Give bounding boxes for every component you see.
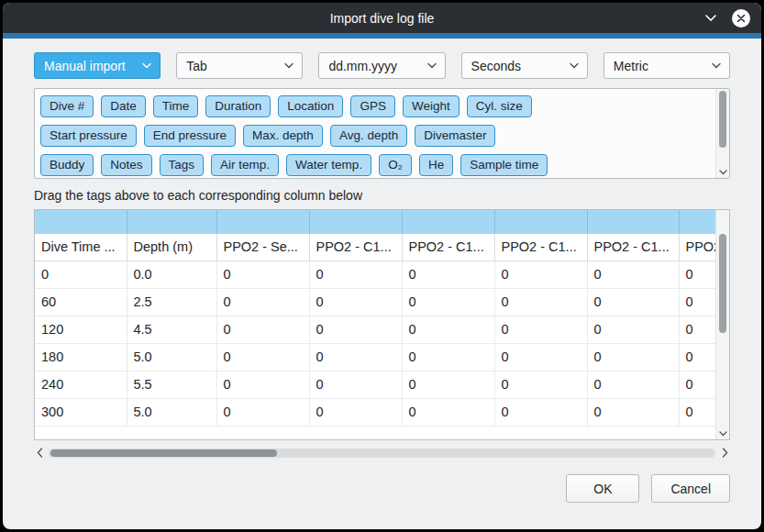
draggable-tag[interactable]: Cyl. size — [467, 95, 532, 117]
draggable-tag[interactable]: Dive # — [40, 95, 94, 117]
drop-target-cell[interactable] — [402, 210, 494, 233]
table-row: 1204.5000000 — [35, 316, 730, 343]
table-cell: 0 — [494, 371, 587, 398]
table-cell: 0 — [587, 343, 679, 371]
titlebar: Import dive log file — [3, 3, 761, 33]
draggable-tag[interactable]: Max. depth — [243, 125, 323, 147]
draggable-tag[interactable]: Sample time — [460, 154, 548, 176]
column-header[interactable]: PPO2 - C1... — [587, 233, 679, 260]
table-cell: 0 — [587, 316, 679, 343]
draggable-tag[interactable]: Duration — [205, 95, 271, 117]
drop-target-cell[interactable] — [494, 210, 587, 233]
table-cell: 0 — [402, 371, 494, 398]
dialog-content: Manual import Tab dd.mm.yyyy Seconds — [3, 39, 761, 529]
table-cell: 4.5 — [127, 316, 216, 343]
table-cell: 0 — [402, 316, 494, 343]
table-cell: 0 — [494, 398, 587, 426]
horizontal-scrollbar-thumb[interactable] — [50, 449, 277, 457]
table-cell: 0 — [587, 288, 679, 316]
close-button[interactable] — [732, 9, 750, 28]
draggable-tag[interactable]: Avg. depth — [330, 125, 407, 147]
column-header[interactable]: Depth (m) — [127, 233, 216, 260]
table-cell: 0.0 — [127, 260, 216, 288]
preview-table-wrap: Dive Time ...Depth (m)PPO2 - Se...PPO2 -… — [34, 209, 730, 440]
table-cell: 2.5 — [127, 288, 216, 316]
combo-duration-format[interactable]: Seconds — [461, 52, 588, 79]
table-cell: 300 — [35, 398, 127, 426]
table-cell: 5.0 — [127, 398, 216, 426]
cancel-button[interactable]: Cancel — [651, 474, 730, 503]
table-cell: 0 — [216, 343, 309, 371]
table-cell: 240 — [35, 371, 127, 398]
import-options-row: Manual import Tab dd.mm.yyyy Seconds — [34, 52, 730, 79]
table-cell: 0 — [494, 260, 587, 288]
draggable-tag[interactable]: Divemaster — [415, 125, 495, 147]
horizontal-scrollbar-track[interactable] — [49, 449, 715, 458]
drop-target-cell[interactable] — [127, 210, 216, 233]
scroll-down-icon[interactable] — [718, 168, 728, 176]
close-icon — [736, 14, 746, 23]
draggable-tag[interactable]: Date — [101, 95, 146, 117]
table-cell: 0 — [309, 316, 402, 343]
scroll-down-icon[interactable] — [718, 429, 728, 438]
column-header[interactable]: PPO2 - C1... — [309, 233, 402, 260]
drop-target-cell[interactable] — [35, 210, 127, 233]
table-cell: 0 — [309, 371, 402, 398]
chevron-down-icon — [284, 62, 293, 69]
table-scrollbar-thumb[interactable] — [719, 234, 726, 333]
draggable-tag[interactable]: O₂ — [379, 154, 412, 176]
chevron-down-icon — [142, 62, 151, 69]
tag-pool-scrollbar[interactable] — [715, 89, 729, 178]
drop-target-cell[interactable] — [587, 210, 679, 233]
column-header[interactable]: PPO2 - C1... — [494, 233, 587, 260]
drop-target-cell[interactable] — [309, 210, 402, 233]
tag-pool-scrollbar-thumb[interactable] — [719, 91, 726, 148]
draggable-tag[interactable]: Location — [278, 95, 343, 117]
combo-date-format-value: dd.mm.yyyy — [328, 59, 397, 73]
table-cell: 0 — [587, 371, 679, 398]
table-cell: 0 — [587, 398, 679, 426]
draggable-tag[interactable]: GPS — [350, 95, 395, 117]
draggable-tag[interactable]: Water temp. — [286, 154, 371, 176]
column-header[interactable]: PPO2 - Se... — [216, 233, 309, 260]
table-row: 3005.0000000 — [35, 398, 730, 426]
scroll-left-icon[interactable] — [34, 448, 45, 459]
table-cell: 0 — [309, 288, 402, 316]
table-cell: 0 — [216, 260, 309, 288]
table-cell: 5.5 — [127, 371, 216, 398]
table-cell: 0 — [309, 398, 402, 426]
draggable-tag[interactable]: Weight — [403, 95, 460, 117]
combo-field-separator-value: Tab — [186, 59, 207, 73]
table-cell: 0 — [587, 260, 679, 288]
draggable-tag[interactable]: Time — [153, 95, 199, 117]
preview-table: Dive Time ...Depth (m)PPO2 - Se...PPO2 -… — [35, 210, 730, 427]
drop-target-cell[interactable] — [216, 210, 309, 233]
table-cell: 0 — [35, 260, 127, 288]
table-cell: 0 — [494, 316, 587, 343]
combo-import-mode[interactable]: Manual import — [34, 52, 161, 79]
table-cell: 0 — [402, 398, 494, 426]
column-header[interactable]: PPO2 - C1... — [402, 233, 494, 260]
combo-units[interactable]: Metric — [603, 52, 730, 79]
combo-field-separator[interactable]: Tab — [176, 52, 303, 79]
draggable-tag[interactable]: Notes — [101, 154, 151, 176]
preview-table-body: 00.0000000602.50000001204.50000001805.00… — [35, 260, 730, 426]
draggable-tag[interactable]: Air temp. — [211, 154, 279, 176]
table-row: 602.5000000 — [35, 288, 730, 316]
table-row: 1805.0000000 — [35, 343, 730, 371]
table-cell: 60 — [35, 288, 127, 316]
table-cell: 180 — [35, 343, 127, 371]
shade-chevron-down-icon[interactable] — [704, 14, 717, 23]
draggable-tag[interactable]: Tags — [160, 154, 205, 176]
chevron-down-icon — [712, 62, 721, 69]
table-scrollbar[interactable] — [715, 210, 729, 439]
draggable-tag[interactable]: Start pressure — [40, 125, 137, 147]
ok-button[interactable]: OK — [566, 474, 639, 503]
draggable-tag[interactable]: He — [419, 154, 453, 176]
horizontal-scrollbar[interactable] — [34, 446, 730, 460]
draggable-tag[interactable]: End pressure — [144, 125, 236, 147]
draggable-tag[interactable]: Buddy — [40, 154, 94, 176]
column-header[interactable]: Dive Time ... — [35, 233, 127, 260]
scroll-right-icon[interactable] — [719, 448, 730, 459]
combo-date-format[interactable]: dd.mm.yyyy — [318, 52, 445, 79]
